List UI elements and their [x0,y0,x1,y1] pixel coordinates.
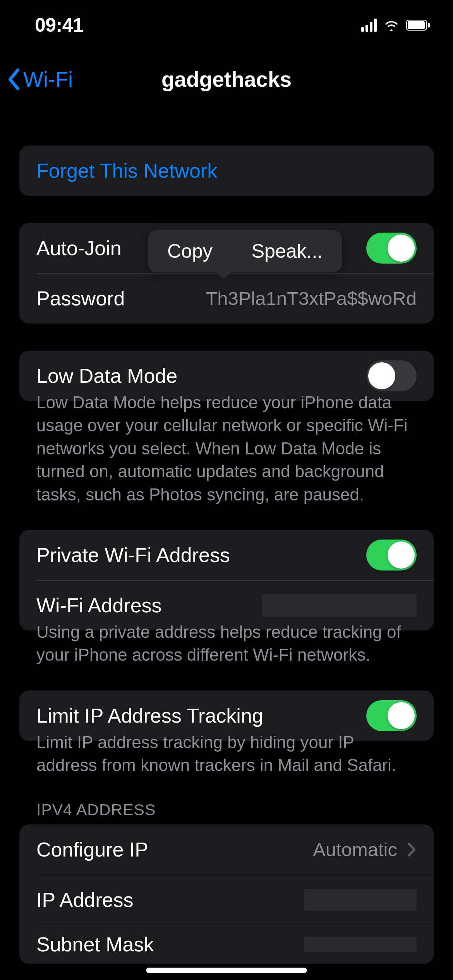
auto-join-toggle[interactable] [366,233,417,264]
configure-ip-value: Automatic [313,839,397,860]
private-address-toggle[interactable] [366,540,417,571]
limit-ip-row: Limit IP Address Tracking [19,690,434,741]
context-copy-button[interactable]: Copy [148,230,232,272]
forget-network-label: Forget This Network [36,159,217,182]
home-indicator[interactable] [146,968,307,973]
cellular-signal-icon [361,19,377,32]
subnet-mask-label: Subnet Mask [36,933,154,956]
ipv4-section-header: IPV4 ADDRESS [19,801,434,824]
limit-ip-label: Limit IP Address Tracking [36,704,263,727]
context-speak-button[interactable]: Speak... [232,230,342,272]
auto-join-label: Auto-Join [36,236,122,260]
low-data-label: Low Data Mode [36,364,177,387]
wifi-address-label: Wi-Fi Address [36,594,162,617]
context-menu: Copy Speak... [148,230,342,272]
chevron-right-icon [407,842,417,857]
chevron-left-icon [7,69,21,90]
status-indicators [361,19,430,32]
limit-ip-toggle[interactable] [366,700,417,731]
ipv4-group: Configure IP Automatic IP Address Subnet… [19,824,434,964]
ip-address-row[interactable]: IP Address [19,875,434,925]
status-bar: 09:41 [0,0,453,50]
configure-ip-label: Configure IP [36,838,148,861]
low-data-row: Low Data Mode [19,351,434,401]
navigation-bar: Wi-Fi gadgethacks [0,58,453,101]
ip-address-value-redacted [304,889,417,911]
password-value: Th3Pla1nT3xtPa$$woRd [206,288,417,309]
password-label: Password [36,287,125,310]
subnet-mask-value-redacted [304,937,417,952]
back-label: Wi-Fi [23,67,73,92]
page-title: gadgethacks [161,67,292,92]
password-row[interactable]: Password Th3Pla1nT3xtPa$$woRd [19,273,434,324]
limit-ip-group: Limit IP Address Tracking [19,690,434,741]
low-data-toggle[interactable] [366,360,417,391]
wifi-icon [384,19,399,31]
private-address-row: Private Wi-Fi Address [19,530,434,580]
wifi-address-value-redacted [262,594,417,617]
ip-address-label: IP Address [36,888,134,911]
wifi-address-row[interactable]: Wi-Fi Address [19,580,434,630]
low-data-group: Low Data Mode [19,351,434,401]
forget-network-button[interactable]: Forget This Network [19,146,434,196]
subnet-mask-row[interactable]: Subnet Mask [19,925,434,964]
battery-icon [406,20,430,31]
back-button[interactable]: Wi-Fi [7,58,73,101]
status-time: 09:41 [35,14,83,36]
private-address-label: Private Wi-Fi Address [36,543,230,567]
private-address-group: Private Wi-Fi Address Wi-Fi Address [19,530,434,630]
forget-network-group: Forget This Network [19,146,434,196]
low-data-footer: Low Data Mode helps reduce your iPhone d… [19,391,434,506]
configure-ip-row[interactable]: Configure IP Automatic [19,824,434,875]
